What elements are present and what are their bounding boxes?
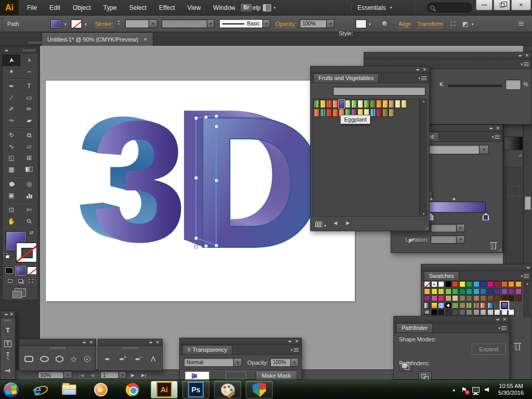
swatch[interactable] xyxy=(494,288,500,295)
library-swatch[interactable] xyxy=(382,100,388,108)
library-swatch[interactable] xyxy=(376,100,382,108)
swatch[interactable] xyxy=(501,295,508,301)
taskbar-app-chrome[interactable] xyxy=(119,381,146,398)
k-value-input[interactable] xyxy=(506,79,521,90)
type-tool[interactable]: T xyxy=(20,81,38,92)
library-swatch[interactable] xyxy=(401,100,407,108)
swatch[interactable] xyxy=(466,309,472,315)
swatch[interactable] xyxy=(494,309,500,315)
close-panel-icon[interactable]: ✕ xyxy=(295,339,299,344)
library-swatch[interactable] xyxy=(382,109,388,117)
convert-anchor-point-tool-icon[interactable]: Λ xyxy=(151,355,155,363)
transform-link[interactable]: Transform xyxy=(417,21,443,28)
dock-scrollbar-thumb[interactable] xyxy=(525,196,531,210)
lasso-tool[interactable]: ∽ xyxy=(20,66,38,77)
flare-tool-icon[interactable] xyxy=(84,356,90,362)
swatch[interactable] xyxy=(459,281,466,287)
library-swatch[interactable] xyxy=(314,100,320,108)
stroke-weight-stepper[interactable]: ▲▼ xyxy=(117,20,120,25)
close-button[interactable]: ✕ xyxy=(511,0,531,10)
library-scrollbar[interactable]: ▲ ▼ xyxy=(420,99,427,217)
perspective-grid-tool[interactable]: ⊞ xyxy=(20,152,38,164)
taskbar-app-avg[interactable] xyxy=(246,381,273,398)
close-panel-icon[interactable]: ✕ xyxy=(422,67,427,72)
swatch[interactable] xyxy=(438,281,444,287)
taskbar-clock[interactable]: 10:55 AM 5/30/2016 xyxy=(494,383,528,396)
selection-tool[interactable]: ➤ xyxy=(3,55,20,66)
column-graph-tool[interactable] xyxy=(20,190,38,201)
arrange-documents-button[interactable]: ▾ xyxy=(263,3,281,12)
swatch[interactable] xyxy=(445,295,451,301)
ellipse-tool-icon[interactable] xyxy=(40,356,49,362)
width-tool[interactable]: ∿ xyxy=(3,141,20,152)
delete-stop-icon[interactable] xyxy=(491,244,496,249)
swatch[interactable] xyxy=(424,302,430,309)
swap-fill-stroke-icon[interactable]: ⇄ xyxy=(30,230,34,235)
style-dropdown-icon[interactable]: ▾ xyxy=(369,22,371,26)
mask-thumbnail-slot[interactable] xyxy=(225,371,246,379)
magic-wand-tool[interactable]: ✶ xyxy=(3,66,20,77)
artboard-number-value[interactable]: 1 xyxy=(100,371,119,379)
style-swatch[interactable] xyxy=(355,19,367,29)
swatch[interactable] xyxy=(501,309,508,315)
network-icon[interactable] xyxy=(472,387,480,393)
swatch[interactable] xyxy=(480,309,486,315)
polygon-tool-icon[interactable] xyxy=(56,355,63,363)
library-swatch[interactable] xyxy=(314,109,320,117)
collapse-tools-icon[interactable]: ◂◂ xyxy=(5,48,7,52)
selection-anchor[interactable] xyxy=(204,115,208,119)
blob-brush-tool[interactable]: ✑ xyxy=(3,115,20,126)
draw-normal-button[interactable] xyxy=(6,277,15,284)
rounded-rectangle-tool-icon[interactable] xyxy=(24,356,33,362)
default-fill-stroke-icon[interactable] xyxy=(4,253,10,259)
collapse-panel-icon[interactable]: ◂◂ xyxy=(496,317,498,322)
start-button[interactable] xyxy=(3,381,19,398)
pen-tool[interactable]: ✒ xyxy=(3,81,20,92)
expand-panel-icon[interactable]: ▸▸ xyxy=(5,312,7,316)
swatch[interactable] xyxy=(494,281,500,287)
star-tool-icon[interactable]: ☆ xyxy=(70,354,77,364)
opacity-value[interactable]: 100% xyxy=(270,358,291,367)
paintbrush-tool[interactable]: ✐ xyxy=(3,103,20,115)
library-swatch[interactable] xyxy=(370,109,376,117)
swatch[interactable] xyxy=(515,295,522,301)
swatch[interactable] xyxy=(501,288,508,295)
swatch[interactable] xyxy=(459,288,466,295)
taskbar-app-file-explorer[interactable] xyxy=(56,381,83,398)
zoom-level-value[interactable]: 50% xyxy=(38,371,64,379)
volume-icon[interactable] xyxy=(485,388,489,392)
eraser-tool[interactable]: ▰ xyxy=(20,115,38,126)
selection-anchor[interactable] xyxy=(204,244,208,248)
document-tab[interactable]: Untitled-1* @ 50% (CMYK/Preview) ✕ xyxy=(42,32,153,46)
tearoff-drag-dots[interactable] xyxy=(4,320,11,322)
swatch[interactable] xyxy=(487,295,494,301)
panel-menu-icon[interactable]: ▾ xyxy=(498,326,507,330)
close-panel-icon[interactable]: ✕ xyxy=(9,312,14,317)
k-slider[interactable] xyxy=(448,85,502,87)
swatch[interactable] xyxy=(494,295,500,301)
line-segment-tool[interactable]: ∕ xyxy=(3,92,20,103)
swatch[interactable] xyxy=(459,295,466,301)
stroke-dropdown-icon[interactable]: ▾ xyxy=(85,22,87,26)
shape-builder-tool[interactable]: ◱ xyxy=(3,152,20,164)
selection-anchor[interactable] xyxy=(215,179,218,182)
find-input[interactable] xyxy=(333,87,425,96)
stroke-indicator[interactable] xyxy=(16,243,37,262)
opacity-dropdown[interactable]: ▾ xyxy=(327,19,335,28)
select-similar-dropdown-icon[interactable]: ▾ xyxy=(472,22,474,26)
swatch[interactable] xyxy=(452,309,458,315)
control-bar-grip[interactable] xyxy=(1,17,4,31)
swatch[interactable] xyxy=(508,288,514,295)
action-center-flag-icon[interactable]: ⚑✕ xyxy=(461,387,467,393)
make-mask-button[interactable]: Make Mask xyxy=(256,370,297,380)
brush-dropdown[interactable]: ▾ xyxy=(263,19,270,28)
stop-opacity-value[interactable] xyxy=(431,224,457,232)
search-input[interactable] xyxy=(427,3,472,12)
taskbar-app-illustrator[interactable]: Ai xyxy=(151,381,178,398)
swatch[interactable] xyxy=(452,281,458,287)
swatch[interactable] xyxy=(438,302,444,309)
menu-window[interactable]: Window xyxy=(207,0,242,16)
taskbar-app-paint[interactable] xyxy=(214,381,241,398)
swatch[interactable] xyxy=(445,302,451,309)
expand-button[interactable]: Expand xyxy=(472,343,506,355)
